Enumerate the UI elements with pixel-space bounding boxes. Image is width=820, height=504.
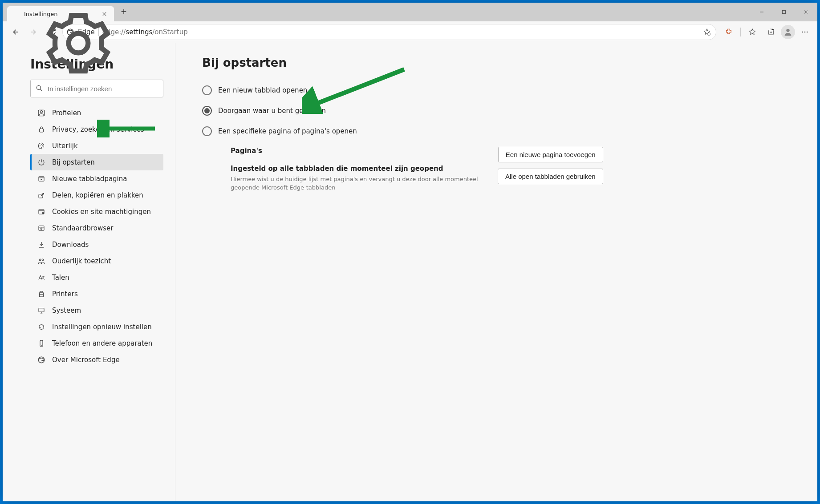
sidebar-item-0[interactable]: Profielen: [30, 105, 163, 121]
pages-subsection-text: Pagina's Ingesteld op alle tabbladen die…: [231, 147, 480, 192]
sidebar-item-13[interactable]: Instellingen opnieuw instellen: [30, 319, 163, 335]
sidebar-item-14[interactable]: Telefoon en andere apparaten: [30, 335, 163, 351]
sidebar-item-5[interactable]: Delen, kopiëren en plakken: [30, 187, 163, 203]
separator: [740, 28, 741, 36]
url-text: edge://settings/onStartup: [102, 28, 696, 36]
sidebar-item-label: Profielen: [52, 109, 81, 117]
gear-icon: [12, 10, 20, 18]
radio-label: Een specifieke pagina of pagina's openen: [218, 127, 357, 135]
radio-label: Een nieuw tabblad openen: [218, 86, 307, 94]
sidebar-item-label: Standaardbrowser: [52, 224, 113, 232]
sidebar-item-2[interactable]: Uiterlijk: [30, 137, 163, 154]
settings-sidebar: Instellingen ProfielenPrivacy, zoeken en…: [3, 43, 175, 501]
family-icon: [37, 257, 46, 266]
permissions-icon: [37, 207, 46, 216]
sidebar-item-label: Printers: [52, 290, 78, 298]
minimize-button[interactable]: [751, 3, 773, 21]
download-icon: [37, 240, 46, 249]
use-open-tabs-button[interactable]: Alle open tabbladen gebruiken: [498, 169, 603, 184]
system-icon: [37, 306, 46, 315]
browser-tab[interactable]: Instellingen: [7, 6, 114, 21]
window-controls: [751, 3, 817, 21]
extensions-button[interactable]: [720, 23, 738, 41]
pages-subsection: Pagina's Ingesteld op alle tabbladen die…: [231, 147, 791, 192]
startup-option-0[interactable]: Een nieuw tabblad openen: [202, 80, 791, 101]
menu-button[interactable]: [796, 23, 814, 41]
sidebar-item-7[interactable]: Standaardbrowser: [30, 220, 163, 236]
edge-icon: [37, 355, 46, 364]
sidebar-item-label: Bij opstarten: [52, 158, 95, 166]
startup-option-2[interactable]: Een specifieke pagina of pagina's openen: [202, 121, 791, 141]
sidebar-item-label: Over Microsoft Edge: [52, 356, 120, 364]
close-window-button[interactable]: [795, 3, 817, 21]
settings-search-input[interactable]: [48, 85, 158, 93]
radio-icon: [202, 106, 212, 116]
sidebar-item-label: Delen, kopiëren en plakken: [52, 191, 143, 199]
address-bar[interactable]: Edge edge://settings/onStartup: [62, 24, 716, 40]
default-browser-icon: [37, 224, 46, 233]
sidebar-item-label: Systeem: [52, 306, 81, 314]
profile-icon: [37, 109, 46, 117]
reset-icon: [37, 323, 46, 331]
tab-strip: Instellingen: [3, 3, 131, 21]
sidebar-item-12[interactable]: Systeem: [30, 302, 163, 319]
maximize-button[interactable]: [773, 3, 795, 21]
title-bar-drag[interactable]: [131, 3, 751, 21]
title-bar: Instellingen: [3, 3, 817, 21]
pages-heading: Pagina's: [231, 147, 480, 155]
sidebar-item-4[interactable]: Nieuwe tabbladpagina: [30, 170, 163, 187]
add-page-button[interactable]: Een nieuwe pagina toevoegen: [498, 147, 603, 162]
startup-option-1[interactable]: Doorgaan waar u bent gebleven: [202, 101, 791, 121]
settings-page: Instellingen ProfielenPrivacy, zoeken en…: [3, 43, 817, 501]
share-icon: [37, 191, 46, 200]
radio-icon: [202, 126, 212, 136]
use-open-tabs-description: Hiermee wist u de huidige lijst met pagi…: [231, 175, 480, 192]
startup-radio-group: Een nieuw tabblad openenDoorgaan waar u …: [202, 80, 791, 141]
phone-icon: [37, 339, 46, 348]
settings-main: Bij opstarten Een nieuw tabblad openenDo…: [175, 43, 817, 501]
printer-icon: [37, 290, 46, 298]
profile-button[interactable]: [781, 25, 795, 39]
radio-icon: [202, 85, 212, 95]
lock-icon: [37, 125, 46, 134]
sidebar-item-label: Ouderlijk toezicht: [52, 257, 111, 265]
collections-button[interactable]: [762, 23, 780, 41]
use-open-tabs-heading: Ingesteld op alle tabbladen die momentee…: [231, 165, 480, 173]
sidebar-item-9[interactable]: Ouderlijk toezicht: [30, 253, 163, 269]
sidebar-item-label: Cookies en site machtigingen: [52, 208, 151, 216]
pages-subsection-buttons: Een nieuwe pagina toevoegen Alle open ta…: [498, 147, 603, 192]
sidebar-item-label: Talen: [52, 274, 69, 282]
window-frame: Instellingen Edge edge://settings/onStar…: [3, 3, 817, 501]
sidebar-item-11[interactable]: Printers: [30, 286, 163, 302]
power-icon: [37, 158, 46, 167]
toolbar-right: [717, 23, 814, 41]
settings-search[interactable]: [30, 80, 163, 97]
favorites-button[interactable]: [743, 23, 761, 41]
radio-label: Doorgaan waar u bent gebleven: [218, 107, 326, 115]
sidebar-item-10[interactable]: Talen: [30, 269, 163, 286]
sidebar-item-label: Uiterlijk: [52, 142, 78, 150]
favorite-button[interactable]: [700, 25, 714, 39]
close-tab-button[interactable]: [100, 9, 109, 18]
sidebar-item-15[interactable]: Over Microsoft Edge: [30, 351, 163, 368]
sidebar-item-3[interactable]: Bij opstarten: [30, 154, 163, 170]
sidebar-item-label: Nieuwe tabbladpagina: [52, 175, 127, 183]
search-icon: [35, 84, 43, 93]
appearance-icon: [37, 141, 46, 150]
sidebar-item-label: Privacy, zoeken en services: [52, 125, 144, 133]
newtab-icon: [37, 174, 46, 183]
page-heading: Bij opstarten: [202, 56, 791, 69]
sidebar-item-6[interactable]: Cookies en site machtigingen: [30, 203, 163, 220]
sidebar-item-label: Instellingen opnieuw instellen: [52, 323, 152, 331]
sidebar-item-1[interactable]: Privacy, zoeken en services: [30, 121, 163, 137]
sidebar-nav: ProfielenPrivacy, zoeken en servicesUite…: [30, 105, 163, 368]
language-icon: [37, 273, 46, 282]
tab-title: Instellingen: [24, 11, 95, 17]
sidebar-item-label: Downloads: [52, 241, 89, 249]
sidebar-item-8[interactable]: Downloads: [30, 236, 163, 253]
sidebar-item-label: Telefoon en andere apparaten: [52, 339, 152, 347]
